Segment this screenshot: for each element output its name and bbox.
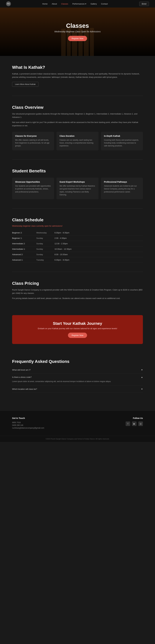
class-overview-heading: Class Overview: [12, 105, 143, 110]
card-title: Professional Pathways: [104, 181, 140, 183]
nav-performances[interactable]: Performances ▾: [72, 3, 86, 5]
class-overview-text1: Our structured progression guides studen…: [12, 112, 143, 119]
schedule-level: Beginner 2:: [12, 230, 36, 236]
footer-phone1: 8850 7616: [12, 422, 74, 424]
faq-section: Frequently Asked Questions What skill le…: [0, 350, 155, 402]
chevron-down-icon: ▼: [141, 388, 143, 390]
card-text: Covering both theory and practical aspec…: [104, 139, 140, 148]
hero-section: Classes Wednesday Beginner Class Open fo…: [0, 8, 155, 56]
faq-item: What skill level am I? ▼: [12, 366, 143, 374]
nav-about[interactable]: About: [52, 3, 57, 5]
card-text: Advanced students are invited to join ou…: [104, 184, 140, 193]
card-showcase-opportunities: Showcase Opportunities Our students are …: [12, 178, 54, 199]
nav-classes[interactable]: Classes: [61, 3, 68, 5]
cta-heading: Start Your Kathak Journey: [18, 321, 137, 326]
footer-copyright: ©2023 Ruchi Sanghi Dance Company and Sch…: [0, 436, 155, 442]
card-class-duration: Class Duration Classes are run weekly, e…: [56, 132, 98, 150]
class-pricing-section: Class Pricing Ruchi Sanghi Dance Company…: [0, 272, 155, 309]
footer-contact: Get In Touch 8850 7616 0409 288 146 ruch…: [12, 417, 74, 430]
schedule-row: Beginner 2: Wednesday 6:30pm - 8:30pm: [12, 230, 143, 236]
navigation: RS Home About Classes Performances ▾ Gal…: [0, 0, 155, 8]
what-is-kathak-section: What Is Kathak? Kathak, a prominent anci…: [0, 56, 155, 96]
schedule-level: Intermediate 2:: [12, 241, 36, 246]
learn-more-kathak-button[interactable]: Learn More About Kathak: [12, 82, 39, 87]
schedule-time: 6:30pm - 8:30pm: [55, 230, 143, 236]
faq-answer-1: Lorem ipsum dolor sit amet, consectetur …: [12, 380, 143, 383]
class-schedule-section: Class Schedule Wednesday beginner class …: [0, 208, 155, 272]
faq-question-text: What skill level am I?: [12, 369, 31, 371]
schedule-time: 8:30 - 10:30am: [55, 252, 143, 257]
cta-register-button[interactable]: Register Now: [68, 333, 87, 338]
footer-contact-heading: Get In Touch: [12, 417, 74, 419]
nav-gallery[interactable]: Gallery: [90, 3, 97, 5]
footer-follow: Follow Us f ▶ ◎: [81, 417, 143, 430]
footer-email: ruchiisanghidancecompany@gmail.com: [12, 427, 74, 429]
youtube-icon[interactable]: ▶: [132, 422, 136, 426]
schedule-time: 6:30pm - 8:30pm: [55, 257, 143, 262]
footer-follow-heading: Follow Us: [81, 417, 143, 419]
student-benefits-heading: Student Benefits: [12, 168, 143, 174]
card-text: We offer classes catering to all skill l…: [15, 139, 51, 148]
card-in-depth-kathak: In-Depth Kathak Covering both theory and…: [101, 132, 143, 150]
chevron-down-icon: ▼: [141, 369, 143, 371]
nav-contact[interactable]: Contact: [101, 3, 108, 5]
faq-question-text: Is there a dress code?: [12, 376, 32, 378]
faq-list: What skill level am I? ▼ Is there a dres…: [12, 366, 143, 393]
nav-home[interactable]: Home: [42, 3, 48, 5]
instagram-icon[interactable]: ◎: [138, 422, 143, 426]
logo[interactable]: RS: [6, 1, 11, 6]
cta-text: Embark on your Kathak journey with our c…: [18, 327, 137, 330]
pricing-text2: For pricing details based on skill level…: [12, 297, 143, 300]
social-icons: f ▶ ◎: [81, 422, 143, 426]
faq-question-0[interactable]: What skill level am I? ▼: [12, 369, 143, 371]
schedule-row: Intermediate 1: Sunday 10:30am - 12:30pm: [12, 246, 143, 252]
schedule-level: Intermediate 1:: [12, 246, 36, 252]
schedule-row: Advanced 1: Tuesday 6:30pm - 8:30pm: [12, 257, 143, 262]
faq-question-1[interactable]: Is there a dress code? ▲: [12, 376, 143, 378]
footer-phone2: 0409 288 146: [12, 424, 74, 426]
enrol-button[interactable]: Enrol: [139, 2, 149, 6]
card-title: Classes for Everyone: [15, 135, 51, 137]
hero-title: Classes: [54, 22, 101, 29]
card-text: Our students are provided with opportuni…: [15, 184, 51, 193]
class-overview-section: Class Overview Our structured progressio…: [0, 96, 155, 160]
student-benefits-cards: Showcase Opportunities Our students are …: [12, 178, 143, 199]
class-overview-text2: Not sure which level is right for you? N…: [12, 121, 143, 127]
schedule-time: 10:30am - 12:30pm: [55, 246, 143, 252]
schedule-alert: Wednesday beginner class currently open …: [12, 225, 143, 227]
chevron-up-icon: ▲: [141, 376, 143, 378]
schedule-level: Advanced 2:: [12, 252, 36, 257]
schedule-day: Sunday: [36, 235, 55, 241]
schedule-level: Advanced 1:: [12, 257, 36, 262]
schedule-time: 2:30 - 4:30pm: [55, 235, 143, 241]
schedule-row: Intermediate 2: Sunday 12:30 - 2:30pm: [12, 241, 143, 246]
schedule-day: Sunday: [36, 252, 55, 257]
facebook-icon[interactable]: f: [126, 422, 130, 426]
hero-subtitle: Wednesday Beginner Class Open for Admiss…: [54, 30, 101, 33]
faq-question-text: Which location will class be?: [12, 388, 37, 390]
schedule-time: 12:30 - 2:30pm: [55, 241, 143, 246]
schedule-day: Wednesday: [36, 230, 55, 236]
schedule-row: Advanced 2: Sunday 8:30 - 10:30am: [12, 252, 143, 257]
chevron-down-icon: ▾: [85, 3, 86, 5]
schedule-level: Beginner 1:: [12, 235, 36, 241]
faq-heading: Frequently Asked Questions: [12, 359, 143, 364]
schedule-row: Beginner 1: Sunday 2:30 - 4:30pm: [12, 235, 143, 241]
card-guest-expert-workshops: Guest Expert Workshops We offer workshop…: [56, 178, 98, 199]
card-classes-for-everyone: Classes for Everyone We offer classes ca…: [12, 132, 54, 150]
class-schedule-heading: Class Schedule: [12, 218, 143, 222]
schedule-day: Sunday: [36, 241, 55, 246]
card-professional-pathways: Professional Pathways Advanced students …: [101, 178, 143, 199]
schedule-day: Tuesday: [36, 257, 55, 262]
card-title: In-Depth Kathak: [104, 135, 140, 137]
what-is-kathak-heading: What Is Kathak?: [12, 65, 143, 70]
hero-register-button[interactable]: Register Now: [68, 36, 87, 41]
faq-question-2[interactable]: Which location will class be? ▼: [12, 388, 143, 390]
what-is-kathak-text: Kathak, a prominent ancient Indian class…: [12, 72, 143, 79]
footer: Get In Touch 8850 7616 0409 288 146 ruch…: [0, 411, 155, 436]
nav-links: Home About Classes Performances ▾ Galler…: [42, 2, 108, 5]
card-text: Classes are run weekly, each lasting two…: [60, 139, 95, 148]
class-pricing-heading: Class Pricing: [12, 281, 143, 286]
pricing-text1: Ruchi Sanghi Dance Company is a register…: [12, 288, 143, 295]
student-benefits-section: Student Benefits Showcase Opportunities …: [0, 160, 155, 208]
